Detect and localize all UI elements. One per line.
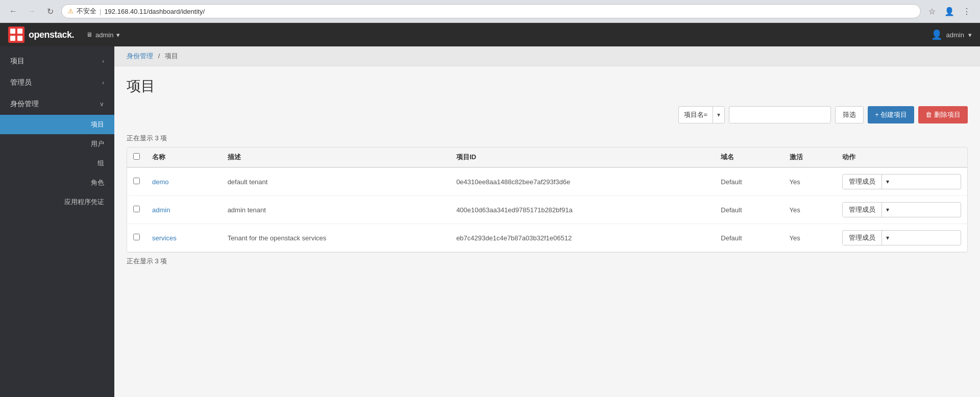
openstack-logo-icon (8, 27, 24, 43)
sidebar-chevron-projects-icon: › (102, 58, 104, 65)
row-admin-manage-members-button[interactable]: 管理成员 (843, 203, 882, 217)
row-admin-active: Yes (783, 196, 836, 224)
row-demo-active: Yes (783, 167, 836, 196)
filter-button[interactable]: 筛选 (835, 106, 864, 123)
row-admin-action-dropdown-button[interactable]: ▾ (882, 203, 893, 217)
row-demo-action-group: 管理成员 ▾ (842, 174, 961, 189)
navbar-left: openstack. 🖥 admin ▾ (8, 27, 124, 43)
sidebar-chevron-identity-icon: ∨ (100, 101, 104, 108)
navbar-right: 👤 admin ▾ (931, 29, 972, 40)
row-demo-checkbox-cell[interactable] (127, 167, 146, 196)
user-avatar-icon: 👤 (931, 29, 942, 40)
project-dropdown-label: admin (95, 31, 113, 39)
sidebar: 项目 › 管理员 › 身份管理 ∨ 项目 用户 组 角色 应用程序凭证 (0, 46, 114, 397)
row-demo-project-id: 0e4310ee8aa1488c82bee7af293f3d6e (450, 167, 715, 196)
row-services-name: services (146, 224, 222, 252)
search-input[interactable] (729, 106, 831, 123)
select-all-checkbox[interactable] (133, 153, 140, 160)
project-dropdown[interactable]: 🖥 admin ▾ (82, 29, 124, 41)
results-count-bottom: 正在显示 3 项 (127, 253, 968, 270)
security-label: 不安全 (77, 7, 96, 16)
menu-button[interactable]: ⋮ (960, 4, 974, 18)
delete-project-button[interactable]: 🗑 删除项目 (918, 106, 968, 123)
sidebar-item-groups-sub[interactable]: 组 (0, 154, 114, 173)
row-admin-action-group: 管理成员 ▾ (842, 202, 961, 217)
sidebar-item-identity-label: 身份管理 (10, 100, 39, 109)
sidebar-item-users-sub[interactable]: 用户 (0, 134, 114, 154)
sidebar-item-app-creds-sub[interactable]: 应用程序凭证 (0, 192, 114, 212)
row-services-checkbox-cell[interactable] (127, 224, 146, 252)
filter-dropdown[interactable]: 项目名= ▾ (678, 106, 725, 123)
row-admin-description: admin tenant (222, 196, 450, 224)
security-warning-icon: ⚠ (68, 8, 74, 15)
sidebar-item-projects-sub[interactable]: 项目 (0, 115, 114, 134)
sidebar-item-groups-sub-label: 组 (97, 159, 104, 167)
back-button[interactable]: ← (6, 4, 20, 18)
address-bar[interactable]: ⚠ 不安全 | 192.168.40.11/dashboard/identity… (61, 4, 921, 18)
main-layout: 项目 › 管理员 › 身份管理 ∨ 项目 用户 组 角色 应用程序凭证 (0, 46, 980, 397)
row-admin-name-link[interactable]: admin (152, 206, 170, 214)
row-services-action-dropdown-button[interactable]: ▾ (882, 231, 893, 245)
create-project-button[interactable]: + 创建项目 (868, 106, 914, 123)
filter-dropdown-arrow-icon[interactable]: ▾ (713, 107, 724, 123)
refresh-button[interactable]: ↻ (43, 4, 57, 18)
svg-rect-4 (17, 36, 22, 41)
table-row: services Tenant for the openstack servic… (127, 224, 967, 252)
row-demo-manage-members-button[interactable]: 管理成员 (843, 175, 882, 189)
sidebar-item-identity[interactable]: 身份管理 ∨ (0, 93, 114, 115)
top-navbar: openstack. 🖥 admin ▾ 👤 admin ▾ (0, 23, 980, 46)
profile-button[interactable]: 👤 (942, 4, 957, 18)
breadcrumb-current: 项目 (165, 52, 178, 60)
breadcrumb-separator: / (158, 52, 160, 60)
sidebar-item-projects-sub-label: 项目 (91, 120, 104, 128)
row-demo-name: demo (146, 167, 222, 196)
browser-chrome: ← → ↻ ⚠ 不安全 | 192.168.40.11/dashboard/id… (0, 0, 980, 23)
logo-text: openstack. (29, 30, 74, 40)
identity-submenu: 项目 用户 组 角色 应用程序凭证 (0, 115, 114, 212)
col-header-project-id: 项目ID (450, 147, 715, 167)
row-demo-description: default tenant (222, 167, 450, 196)
sidebar-item-projects[interactable]: 项目 › (0, 51, 114, 72)
row-demo-action-dropdown-button[interactable]: ▾ (882, 175, 893, 189)
row-demo-checkbox[interactable] (133, 178, 140, 184)
results-count-top: 正在显示 3 项 (127, 130, 968, 147)
svg-rect-1 (10, 29, 15, 34)
row-services-name-link[interactable]: services (152, 234, 177, 242)
row-admin-action: 管理成员 ▾ (836, 196, 967, 224)
sidebar-item-roles-sub[interactable]: 角色 (0, 173, 114, 192)
content-area: 身份管理 / 项目 项目 项目名= ▾ 筛选 + 创建项目 🗑 删除项目 正在显… (114, 46, 980, 397)
col-header-name: 名称 (146, 147, 222, 167)
sidebar-item-users-sub-label: 用户 (91, 140, 104, 147)
breadcrumb-parent-link[interactable]: 身份管理 (127, 52, 153, 60)
sidebar-item-projects-label: 项目 (10, 57, 24, 66)
row-admin-domain: Default (715, 196, 783, 224)
row-services-manage-members-button[interactable]: 管理成员 (843, 231, 882, 245)
row-demo-action: 管理成员 ▾ (836, 167, 967, 196)
row-admin-project-id: 400e10d63aa341ed9785171b282bf91a (450, 196, 715, 224)
row-admin-name: admin (146, 196, 222, 224)
page-content: 项目 项目名= ▾ 筛选 + 创建项目 🗑 删除项目 正在显示 3 项 (114, 66, 980, 280)
sidebar-item-admin[interactable]: 管理员 › (0, 72, 114, 93)
browser-actions: ☆ 👤 ⋮ (925, 4, 974, 18)
row-services-description: Tenant for the openstack services (222, 224, 450, 252)
row-admin-checkbox[interactable] (133, 206, 140, 212)
bookmark-button[interactable]: ☆ (925, 4, 939, 18)
openstack-logo[interactable]: openstack. (8, 27, 74, 43)
breadcrumb: 身份管理 / 项目 (114, 46, 980, 66)
forward-button[interactable]: → (24, 4, 39, 18)
select-all-header[interactable] (127, 147, 146, 167)
row-services-project-id: eb7c4293de1c4e7b87a03b32f1e06512 (450, 224, 715, 252)
col-header-description: 描述 (222, 147, 450, 167)
projects-table: 名称 描述 项目ID 域名 激活 动作 (127, 147, 968, 253)
svg-rect-3 (10, 36, 15, 41)
col-header-action: 动作 (836, 147, 967, 167)
sidebar-item-app-creds-sub-label: 应用程序凭证 (64, 198, 104, 206)
table-row: admin admin tenant 400e10d63aa341ed97851… (127, 196, 967, 224)
row-admin-checkbox-cell[interactable] (127, 196, 146, 224)
page-title: 项目 (127, 77, 968, 96)
row-demo-name-link[interactable]: demo (152, 178, 169, 186)
sidebar-item-admin-label: 管理员 (10, 78, 32, 87)
sidebar-chevron-admin-icon: › (102, 79, 104, 86)
row-services-action-group: 管理成员 ▾ (842, 230, 961, 245)
row-services-checkbox[interactable] (133, 234, 140, 240)
